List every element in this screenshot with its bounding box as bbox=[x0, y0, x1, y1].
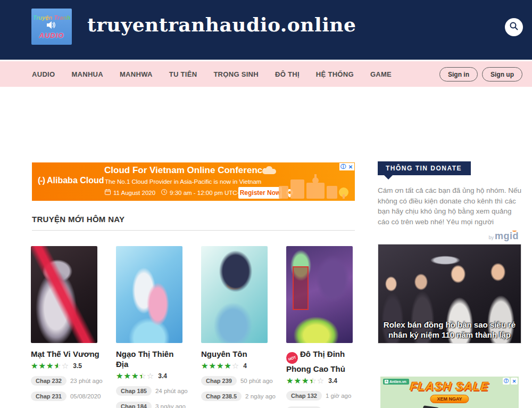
logo-text-audio: AUDIO bbox=[39, 31, 64, 39]
chapter-badge[interactable]: Chap 231 bbox=[31, 391, 66, 401]
banner-ad-date: 11 August 2020 bbox=[113, 190, 155, 196]
nav-item-do-thi[interactable]: ĐÔ THỊ bbox=[275, 70, 300, 78]
rating-value: 3.5 bbox=[73, 362, 82, 370]
ad-info-icon[interactable]: ⓘ bbox=[503, 378, 510, 385]
auth-buttons: Sign in Sign up bbox=[439, 67, 522, 81]
star-rating-icon: ☆☆☆☆☆ ★★★★★ bbox=[31, 362, 69, 370]
nav-item-tu-tien[interactable]: TU TIÊN bbox=[169, 70, 197, 78]
rating-value: 4 bbox=[243, 362, 247, 370]
flash-sale-ad-inner: AAntien.vn FLASH SALE XEM NGAY ⓘ ✕ bbox=[380, 377, 519, 408]
banner-ad-subtitle: The No.1 Cloud Provider in Asia-Pacific … bbox=[105, 178, 261, 185]
chapter-row: Chap 238.5 2 ngày ago bbox=[201, 391, 270, 401]
flash-sale-ad[interactable]: AAntien.vn FLASH SALE XEM NGAY ⓘ ✕ bbox=[378, 374, 521, 408]
nav-item-game[interactable]: GAME bbox=[370, 70, 392, 78]
rating-row: ☆☆☆☆☆ ★★★★★ 3.4 bbox=[286, 377, 355, 385]
sign-up-button[interactable]: Sign up bbox=[482, 67, 522, 81]
rating-value: 3.4 bbox=[328, 377, 337, 385]
chapter-time: 2 ngày ago bbox=[245, 393, 276, 399]
chapter-badge[interactable]: Chap 238.5 bbox=[201, 391, 242, 401]
ad-close-icon[interactable]: ✕ bbox=[511, 378, 518, 385]
star-rating-icon: ☆☆☆☆☆ ★★★★★ bbox=[116, 372, 154, 380]
mgid-text: mgid bbox=[495, 231, 519, 241]
star-rating-icon: ☆☆☆☆☆ ★★★★★ bbox=[201, 362, 239, 370]
chapter-time: 3 ngày ago bbox=[155, 403, 186, 408]
native-ad-headline[interactable]: Rolex bán đồng hồ bản sao siêu rẻ nhân k… bbox=[378, 320, 521, 340]
mgid-attribution[interactable]: bymgid bbox=[378, 231, 519, 242]
chapter-time: 23 phút ago bbox=[70, 378, 103, 384]
chapter-badge[interactable]: Chap 184 bbox=[116, 402, 152, 408]
nav-item-he-thong[interactable]: HỆ THỐNG bbox=[316, 70, 354, 78]
comic-title[interactable]: HOTĐô Thị Đỉnh Phong Cao Thủ bbox=[286, 349, 355, 374]
star-rating-icon: ☆☆☆☆☆ ★★★★★ bbox=[286, 377, 325, 385]
section-title: TRUYỆN MỚI HÔM NAY bbox=[32, 215, 124, 224]
rating-row: ☆☆☆☆☆ ★★★★★ 3.4 bbox=[116, 372, 185, 380]
comic-title[interactable]: Mạt Thế Vi Vương bbox=[31, 349, 100, 359]
stars-filled: ★★★★★ bbox=[116, 372, 142, 380]
sign-in-button[interactable]: Sign in bbox=[439, 67, 478, 81]
banner-ad-controls: ⓘ ✕ bbox=[339, 163, 354, 170]
chapter-badge[interactable]: Chap 185 bbox=[116, 386, 152, 396]
header: Truyện Tranh AUDIO truyentranhaudio.onli… bbox=[0, 0, 532, 60]
comic-title[interactable]: Nguyên Tôn bbox=[201, 349, 270, 359]
mgid-by-text: by bbox=[488, 235, 494, 240]
ad-info-icon[interactable]: ⓘ bbox=[339, 163, 347, 170]
main-nav: AUDIO MANHUA MANHWA TU TIÊN TRỌNG SINH Đ… bbox=[0, 61, 532, 87]
banner-ad[interactable]: (-)Alibaba Cloud Cloud For Vietnam Onlin… bbox=[32, 162, 355, 201]
mgid-accent-icon bbox=[512, 229, 517, 232]
native-ad[interactable]: Rolex bán đồng hồ bản sao siêu rẻ nhân k… bbox=[378, 244, 521, 344]
nav-item-manhwa[interactable]: MANHWA bbox=[120, 70, 153, 78]
nav-item-trong-sinh[interactable]: TRỌNG SINH bbox=[213, 70, 259, 78]
comic-cover-mat-the-vi-vuong[interactable] bbox=[31, 246, 97, 343]
chapter-badge[interactable]: Chap 131 bbox=[286, 406, 322, 408]
chapter-row: Chap 131 05/08/2020 bbox=[286, 406, 355, 408]
chapter-row: Chap 185 24 phút ago bbox=[116, 386, 185, 396]
rating-row: ☆☆☆☆☆ ★★★★★ 3.5 bbox=[31, 362, 100, 370]
alibaba-brand-text: Alibaba Cloud bbox=[47, 176, 104, 185]
cloud-icon bbox=[262, 169, 276, 174]
alibaba-cloud-logo: (-)Alibaba Cloud bbox=[38, 176, 104, 185]
comic-cover-nguyen-ton[interactable] bbox=[201, 246, 268, 343]
register-now-button[interactable]: Register Now bbox=[238, 187, 282, 199]
comic-cover-ngao-thi-thien-dia[interactable] bbox=[116, 246, 182, 343]
chapter-time: 24 phút ago bbox=[155, 388, 188, 394]
chapter-badge[interactable]: Chap 239 bbox=[201, 376, 237, 386]
logo-text-top: Truyện Tranh bbox=[33, 14, 70, 21]
banner-ad-title: Cloud For Vietnam Online Conference bbox=[104, 165, 268, 176]
nav-item-audio[interactable]: AUDIO bbox=[32, 70, 55, 78]
hot-badge: HOT bbox=[285, 350, 300, 365]
stars-filled: ★★★★★ bbox=[201, 362, 232, 370]
chapter-badge[interactable]: Chap 232 bbox=[31, 376, 66, 386]
nav-item-manhua[interactable]: MANHUA bbox=[71, 70, 103, 78]
flash-sale-title: FLASH SALE bbox=[380, 380, 519, 394]
section-divider bbox=[32, 230, 355, 231]
chapter-time: 05/08/2020 bbox=[70, 393, 101, 399]
mgid-logo: mgid bbox=[495, 231, 519, 241]
chapter-row: Chap 232 23 phút ago bbox=[31, 376, 100, 386]
comic-card: Ngạo Thị Thiên Địa ☆☆☆☆☆ ★★★★★ 3.4 Chap … bbox=[116, 246, 185, 408]
rating-value: 3.4 bbox=[158, 372, 167, 380]
comic-title[interactable]: Ngạo Thị Thiên Địa bbox=[116, 349, 185, 369]
search-button[interactable] bbox=[505, 18, 523, 36]
clock-icon bbox=[161, 189, 167, 196]
site-title[interactable]: truyentranhaudio.online bbox=[87, 13, 356, 36]
rating-row: ☆☆☆☆☆ ★★★★★ 4 bbox=[201, 362, 270, 370]
chapter-badge[interactable]: Chap 132 bbox=[286, 391, 322, 401]
flash-ad-controls: ⓘ ✕ bbox=[503, 378, 518, 385]
chapter-row: Chap 239 50 phút ago bbox=[201, 376, 270, 386]
page: Truyện Tranh AUDIO truyentranhaudio.onli… bbox=[0, 0, 532, 408]
search-icon bbox=[509, 21, 519, 33]
calendar-icon bbox=[105, 189, 111, 196]
donate-text: Cám ơn tất cả các bạn đã ủng hộ nhóm. Nế… bbox=[378, 185, 523, 227]
comic-card: Nguyên Tôn ☆☆☆☆☆ ★★★★★ 4 Chap 239 50 phú… bbox=[201, 246, 270, 401]
phone-image bbox=[420, 405, 439, 408]
comic-cover-do-thi-dinh-phong-cao-thu[interactable] bbox=[286, 246, 353, 343]
chapter-time: 1 giờ ago bbox=[326, 393, 351, 399]
chapter-row: Chap 132 1 giờ ago bbox=[286, 391, 355, 401]
xem-ngay-button[interactable]: XEM NGAY bbox=[430, 395, 469, 403]
stars-filled: ★★★★★ bbox=[31, 362, 58, 370]
ad-close-icon[interactable]: ✕ bbox=[347, 163, 354, 170]
stars-filled: ★★★★★ bbox=[286, 377, 312, 385]
nav-items: AUDIO MANHUA MANHWA TU TIÊN TRỌNG SINH Đ… bbox=[32, 70, 392, 78]
site-logo[interactable]: Truyện Tranh AUDIO bbox=[31, 9, 72, 45]
comic-card: Mạt Thế Vi Vương ☆☆☆☆☆ ★★★★★ 3.5 Chap 23… bbox=[31, 246, 100, 401]
